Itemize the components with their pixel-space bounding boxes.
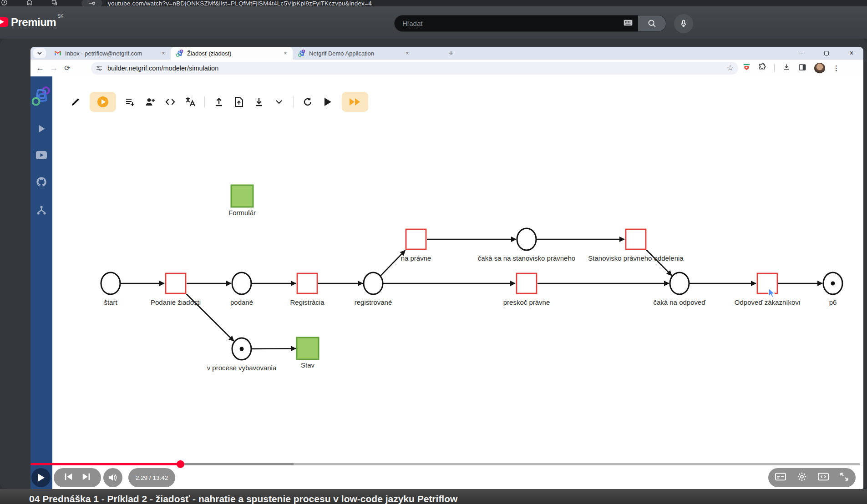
edit-pencil-icon[interactable] (70, 96, 81, 108)
chevron-down-icon[interactable] (273, 96, 285, 108)
settings-gear-button[interactable] (797, 472, 807, 484)
sidebar-github-icon[interactable] (36, 176, 47, 189)
petri-label: štart (104, 298, 117, 306)
home-icon[interactable] (26, 0, 33, 6)
window-controls: – × (796, 47, 857, 60)
reset-refresh-icon[interactable] (302, 96, 314, 108)
upload-icon[interactable] (213, 96, 225, 108)
maximize-button[interactable] (821, 50, 832, 57)
tab-overview-icon[interactable] (51, 0, 58, 6)
youtube-play-badge-icon (0, 17, 8, 27)
petri-transition-stanovisko[interactable] (626, 229, 646, 249)
forward-button[interactable]: → (47, 63, 61, 73)
history-icon[interactable] (1, 0, 8, 6)
progress-scrubber[interactable] (177, 460, 184, 468)
progress-track[interactable] (294, 463, 860, 465)
search-placeholder: Hľadať (402, 20, 624, 27)
downloads-icon[interactable] (782, 63, 791, 73)
petri-place-start[interactable] (101, 272, 120, 294)
previous-video-button[interactable] (63, 473, 73, 483)
profile-avatar[interactable] (814, 63, 825, 74)
video-title: 04 Prednáška 1 - Príklad 2 - žiadosť - n… (29, 494, 457, 504)
browser-tab[interactable]: Inbox - petriflow@netgrif.com× (49, 47, 171, 60)
reload-button[interactable]: ⟳ (61, 64, 74, 72)
youtube-premium-logo[interactable]: Premium SK (0, 15, 64, 30)
sidebar-play-icon[interactable] (36, 124, 46, 136)
miniplayer-button[interactable] (818, 473, 829, 483)
petri-label: Registrácia (290, 298, 324, 306)
subtitles-button[interactable] (775, 473, 786, 483)
playlist-add-icon[interactable] (124, 96, 136, 108)
site-settings-icon[interactable] (96, 65, 103, 72)
petri-place-podane[interactable] (232, 272, 251, 294)
fast-forward-button[interactable] (342, 92, 368, 112)
youtube-masthead: Premium SK Hľadať (0, 6, 867, 39)
side-panel-icon[interactable] (798, 63, 806, 73)
tab-search-button[interactable] (33, 48, 46, 58)
petri-place-registrovane[interactable] (364, 272, 383, 294)
gmail-favicon-icon (54, 50, 61, 57)
toolbar-divider (774, 64, 775, 72)
sidebar-process-tree-icon[interactable] (36, 205, 47, 217)
search-bar: Hľadať (394, 15, 693, 32)
bookmark-star-icon[interactable]: ☆ (727, 63, 734, 73)
new-tab-button[interactable]: + (446, 48, 456, 58)
mic-button[interactable] (674, 14, 693, 33)
person-add-icon[interactable] (144, 96, 156, 108)
tab-close-icon[interactable]: × (160, 50, 167, 57)
video-player[interactable]: Inbox - petriflow@netgrif.com×Žiadosť (z… (0, 39, 867, 489)
close-button[interactable]: × (846, 49, 857, 57)
petri-label: čaká na odpoveď (653, 298, 706, 306)
outer-url[interactable]: youtube.com/watch?v=nBDjONKSZMf&list=PLQ… (108, 0, 372, 6)
tab-close-icon[interactable]: × (404, 50, 411, 57)
progress-buffered[interactable] (180, 463, 294, 465)
petri-transition-preskoc[interactable] (517, 273, 537, 293)
browser-tab[interactable]: Netgrif Demo Application× (293, 47, 415, 60)
petri-label: v procese vybavovania (207, 364, 277, 372)
player-right-controls (768, 468, 856, 487)
petri-label: Podanie žiadosti (151, 298, 201, 306)
volume-button[interactable] (103, 468, 122, 487)
code-brackets-icon[interactable] (164, 96, 176, 108)
petri-data-stav[interactable] (297, 338, 319, 359)
play-pause-button[interactable] (31, 468, 51, 487)
tab-strip: Inbox - petriflow@netgrif.com×Žiadosť (z… (30, 47, 863, 60)
petri-transition-napravne[interactable] (406, 229, 426, 249)
petri-data-formular[interactable] (231, 185, 253, 207)
keyboard-icon[interactable] (624, 20, 633, 28)
download-icon[interactable] (253, 96, 265, 108)
tab-close-icon[interactable]: × (282, 50, 289, 57)
file-import-icon[interactable] (233, 96, 245, 108)
petri-transition-odpoved[interactable] (757, 273, 777, 293)
skip-controls (54, 468, 101, 487)
petri-place-caka_odpoved[interactable] (670, 272, 689, 294)
next-video-button[interactable] (81, 473, 91, 483)
brand-region: SK (57, 14, 63, 19)
extensions-puzzle-icon[interactable] (758, 63, 766, 73)
search-button[interactable] (638, 15, 666, 32)
petri-place-caka_stanovisko[interactable] (517, 228, 536, 250)
netgrif-favicon-icon (298, 50, 305, 57)
petri-transition-podanie[interactable] (166, 273, 186, 293)
time-display: 2:29 / 13:42 (128, 468, 175, 487)
petri-transition-registracia[interactable] (297, 273, 317, 293)
progress-played[interactable] (30, 463, 180, 465)
adblock-extension-icon[interactable] (743, 63, 750, 73)
play-icon[interactable] (322, 96, 334, 108)
petri-net-canvas[interactable]: FormulárštartPodanie žiadostipodanéRegis… (30, 76, 863, 489)
translate-icon[interactable] (184, 96, 196, 108)
simulation-mode-button[interactable] (90, 92, 116, 112)
fullscreen-button[interactable] (840, 472, 849, 483)
outer-browser-toolbar: youtube.com/watch?v=nBDjONKSZMf&list=PLQ… (0, 0, 867, 6)
petri-arc-vprocese-stav[interactable] (252, 348, 296, 349)
back-button[interactable]: ← (33, 63, 47, 73)
browser-menu-icon[interactable]: ⋮ (833, 64, 840, 72)
netgrif-logo-icon[interactable] (32, 86, 51, 108)
site-info-pill[interactable] (81, 0, 102, 6)
browser-tab[interactable]: Žiadosť (ziadost)× (171, 47, 293, 60)
search-input[interactable]: Hľadať (394, 15, 638, 32)
address-bar[interactable]: builder.netgrif.com/modeler/simulation ☆ (91, 62, 738, 75)
sidebar-youtube-icon[interactable] (36, 151, 47, 161)
petri-label: na právne (401, 254, 431, 262)
minimize-button[interactable]: – (796, 50, 807, 57)
